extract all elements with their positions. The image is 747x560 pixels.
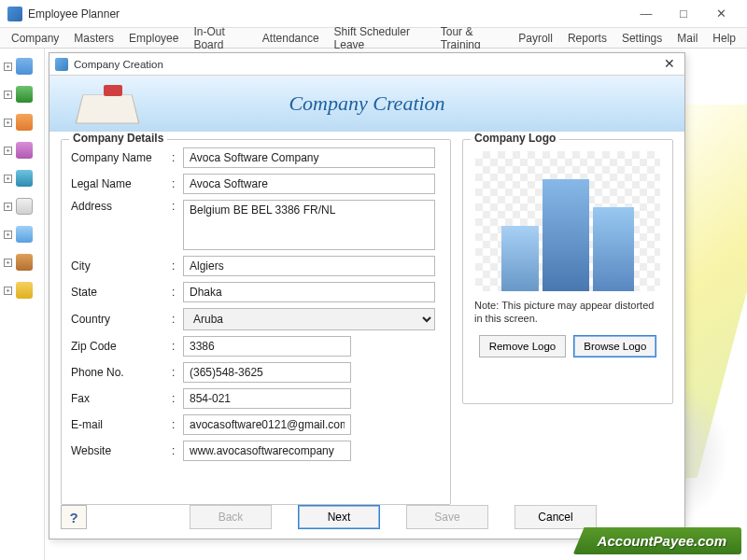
save-button[interactable]: Save — [406, 505, 488, 529]
legal-name-input[interactable] — [183, 174, 435, 194]
menu-masters[interactable]: Masters — [66, 30, 121, 47]
website-label: Website — [71, 444, 172, 457]
company-icon[interactable] — [16, 58, 33, 75]
logo-note: Note: This picture may appear distorted … — [474, 299, 661, 326]
fax-label: Fax — [71, 392, 172, 405]
company-name-label: Company Name — [71, 151, 172, 164]
tree-expand-icon[interactable]: + — [4, 91, 12, 99]
masters-icon[interactable] — [16, 86, 33, 103]
workspace: + + + + + + + + + Company Creation ✕ Com… — [0, 49, 747, 560]
legal-name-label: Legal Name — [71, 177, 172, 190]
address-input[interactable]: Belgium BE BEL 3386 FR/NL — [183, 200, 435, 250]
email-label: E-mail — [71, 418, 172, 431]
menubar: Company Masters Employee In-Out Board At… — [0, 28, 747, 49]
company-details-fieldset: Company Details Company Name: Legal Name… — [61, 139, 451, 505]
building-icon — [593, 207, 634, 291]
maximize-button[interactable]: □ — [665, 1, 702, 27]
help-button[interactable]: ? — [61, 505, 87, 529]
company-creation-dialog: Company Creation ✕ Company Creation Comp… — [49, 52, 685, 539]
remove-logo-button[interactable]: Remove Logo — [479, 335, 567, 357]
zip-input[interactable] — [183, 336, 351, 357]
tree-expand-icon[interactable]: + — [4, 287, 12, 295]
menu-help[interactable]: Help — [705, 30, 743, 47]
clock-icon[interactable] — [16, 170, 33, 187]
email-input[interactable] — [183, 414, 351, 435]
state-input[interactable] — [183, 282, 435, 302]
logo-preview — [475, 151, 660, 291]
app-icon — [7, 7, 22, 21]
clipboard-icon[interactable] — [16, 142, 33, 159]
building-icon — [543, 179, 589, 291]
logo-legend: Company Logo — [471, 132, 559, 145]
calendar-icon[interactable] — [16, 198, 33, 215]
browse-logo-button[interactable]: Browse Logo — [573, 335, 656, 357]
close-button[interactable]: ✕ — [702, 1, 740, 27]
menu-attendance[interactable]: Attendance — [255, 30, 327, 47]
cancel-button[interactable]: Cancel — [514, 505, 597, 529]
details-legend: Company Details — [69, 132, 167, 145]
dialog-close-button[interactable]: ✕ — [660, 56, 679, 73]
phone-label: Phone No. — [71, 366, 172, 379]
menu-payroll[interactable]: Payroll — [511, 30, 560, 47]
menu-employee[interactable]: Employee — [121, 30, 186, 47]
company-name-input[interactable] — [183, 147, 435, 168]
window-title: Employee Planner — [28, 7, 627, 21]
address-label: Address — [71, 200, 172, 213]
tree-expand-icon[interactable]: + — [4, 175, 12, 183]
tree-expand-icon[interactable]: + — [4, 203, 12, 211]
menu-company[interactable]: Company — [4, 30, 66, 47]
state-label: State — [71, 286, 172, 299]
city-input[interactable] — [183, 256, 435, 276]
country-select[interactable]: Aruba — [183, 308, 435, 330]
coin-icon[interactable] — [16, 282, 33, 299]
sidebar-tree: + + + + + + + + + — [0, 49, 45, 560]
brand-badge: AccountPayee.com — [573, 527, 741, 554]
tree-expand-icon[interactable]: + — [4, 119, 12, 127]
dialog-banner: Company Creation — [49, 76, 684, 132]
planner-book-icon — [66, 81, 150, 128]
back-button[interactable]: Back — [190, 505, 272, 529]
tree-expand-icon[interactable]: + — [4, 259, 12, 267]
phone-input[interactable] — [183, 362, 351, 383]
tree-expand-icon[interactable]: + — [4, 231, 12, 239]
menu-settings[interactable]: Settings — [614, 30, 669, 47]
plane-icon[interactable] — [16, 226, 33, 243]
wallet-icon[interactable] — [16, 254, 33, 271]
dialog-footer: ? Back Next Save Cancel — [61, 505, 673, 529]
fax-input[interactable] — [183, 388, 351, 409]
dialog-icon — [55, 58, 68, 71]
company-logo-fieldset: Company Logo Note: This picture may appe… — [462, 139, 673, 404]
employee-icon[interactable] — [16, 114, 33, 131]
website-input[interactable] — [183, 441, 351, 461]
tree-expand-icon[interactable]: + — [4, 63, 12, 71]
menu-mail[interactable]: Mail — [669, 30, 705, 47]
dialog-titlebar: Company Creation ✕ — [49, 53, 684, 76]
minimize-button[interactable]: — — [627, 1, 665, 27]
tree-expand-icon[interactable]: + — [4, 147, 12, 155]
menu-reports[interactable]: Reports — [560, 30, 614, 47]
city-label: City — [71, 259, 172, 273]
zip-label: Zip Code — [71, 340, 172, 353]
dialog-title: Company Creation — [74, 59, 660, 70]
country-label: Country — [71, 313, 172, 326]
next-button[interactable]: Next — [298, 505, 380, 529]
building-icon — [501, 226, 539, 291]
